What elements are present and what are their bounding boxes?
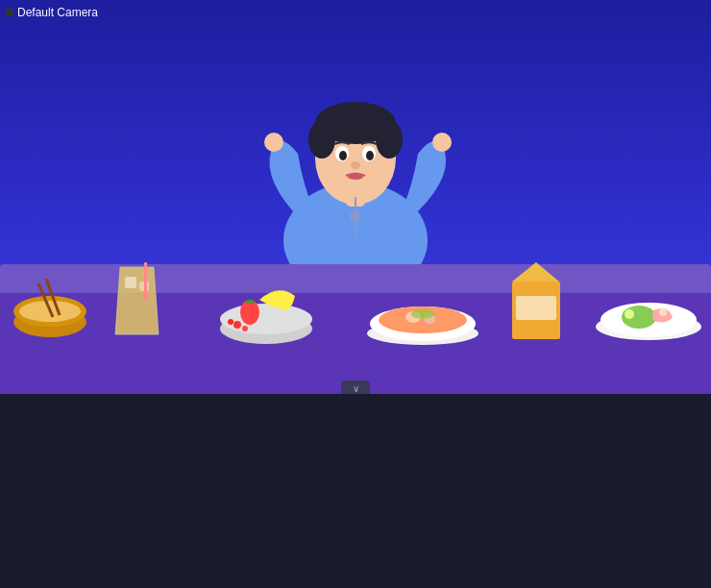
food-fruit-bowl (216, 259, 317, 346)
svg-point-4 (308, 120, 335, 159)
food-dish-plate (591, 274, 706, 341)
collapse-timeline-button[interactable]: ∨ (341, 380, 370, 394)
svg-point-31 (228, 319, 233, 325)
svg-point-15 (432, 133, 452, 152)
svg-point-26 (240, 300, 259, 325)
chevron-down-icon: ∨ (353, 383, 359, 394)
food-noodle-bowl (10, 269, 91, 341)
svg-rect-40 (516, 296, 556, 320)
food-drink-glass (110, 257, 163, 344)
svg-point-30 (242, 326, 248, 331)
camera-label: Default Camera (6, 6, 98, 19)
svg-point-9 (366, 151, 374, 160)
svg-point-10 (351, 161, 360, 169)
food-soup-bowl (360, 264, 485, 346)
camera-name: Default Camera (17, 6, 98, 19)
svg-point-11 (348, 174, 363, 180)
svg-point-5 (376, 120, 403, 159)
svg-point-44 (625, 309, 634, 319)
svg-point-8 (339, 151, 347, 160)
food-milk-carton (504, 253, 567, 344)
camera-icon (6, 9, 13, 16)
svg-rect-23 (144, 262, 147, 301)
svg-point-45 (659, 308, 667, 316)
svg-marker-39 (512, 262, 559, 282)
svg-point-25 (220, 304, 312, 334)
svg-rect-21 (125, 277, 136, 288)
scene-viewport: ∨ ation Duration ⏩ Play Multiple: 1.00 ·… (0, 0, 711, 394)
svg-point-14 (264, 133, 283, 152)
svg-point-29 (233, 321, 241, 329)
svg-point-37 (411, 309, 434, 319)
